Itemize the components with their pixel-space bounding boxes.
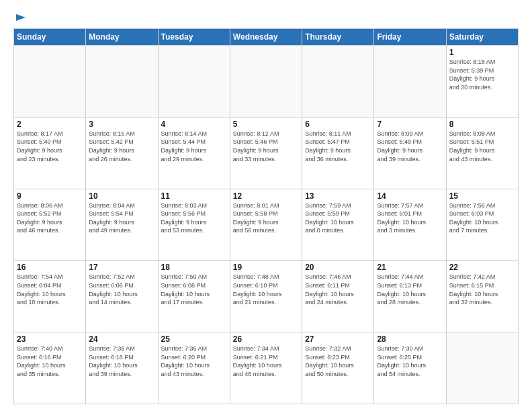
day-info: Sunrise: 7:44 AM Sunset: 6:13 PM Dayligh… (377, 273, 443, 306)
weekday-thursday: Thursday (302, 29, 374, 46)
day-number: 28 (377, 334, 443, 344)
day-info: Sunrise: 7:50 AM Sunset: 6:08 PM Dayligh… (161, 273, 227, 306)
calendar-cell: 1Sunrise: 8:18 AM Sunset: 5:39 PM Daylig… (446, 46, 518, 118)
weekday-sunday: Sunday (14, 29, 86, 46)
calendar-cell: 24Sunrise: 7:38 AM Sunset: 6:18 PM Dayli… (86, 332, 158, 404)
day-info: Sunrise: 7:59 AM Sunset: 5:59 PM Dayligh… (305, 201, 371, 235)
calendar-cell: 6Sunrise: 8:11 AM Sunset: 5:47 PM Daylig… (302, 117, 374, 189)
week-row-3: 9Sunrise: 8:06 AM Sunset: 5:52 PM Daylig… (14, 189, 519, 261)
svg-marker-0 (16, 14, 26, 21)
calendar-cell (158, 46, 230, 118)
calendar-cell: 22Sunrise: 7:42 AM Sunset: 6:15 PM Dayli… (446, 261, 518, 332)
calendar-cell: 11Sunrise: 8:03 AM Sunset: 5:56 PM Dayli… (158, 189, 230, 261)
day-number: 2 (17, 120, 83, 129)
calendar-cell (374, 46, 446, 118)
day-number: 4 (161, 120, 227, 129)
calendar-cell: 13Sunrise: 7:59 AM Sunset: 5:59 PM Dayli… (302, 189, 374, 261)
day-number: 16 (17, 263, 83, 272)
calendar-cell: 19Sunrise: 7:48 AM Sunset: 6:10 PM Dayli… (230, 261, 302, 332)
day-number: 19 (233, 263, 299, 272)
calendar-cell (446, 332, 518, 404)
day-number: 10 (89, 191, 154, 201)
day-number: 12 (233, 191, 299, 201)
weekday-wednesday: Wednesday (230, 29, 302, 46)
calendar-cell (302, 46, 374, 118)
calendar-cell: 2Sunrise: 8:17 AM Sunset: 5:40 PM Daylig… (14, 117, 86, 189)
calendar-table: SundayMondayTuesdayWednesdayThursdayFrid… (13, 28, 519, 404)
weekday-monday: Monday (86, 29, 158, 46)
page: SundayMondayTuesdayWednesdayThursdayFrid… (0, 0, 532, 411)
day-info: Sunrise: 7:46 AM Sunset: 6:11 PM Dayligh… (305, 273, 371, 306)
day-info: Sunrise: 8:11 AM Sunset: 5:47 PM Dayligh… (305, 130, 371, 163)
day-info: Sunrise: 8:17 AM Sunset: 5:40 PM Dayligh… (17, 130, 83, 163)
day-info: Sunrise: 8:06 AM Sunset: 5:52 PM Dayligh… (17, 201, 83, 235)
week-row-4: 16Sunrise: 7:54 AM Sunset: 6:04 PM Dayli… (14, 261, 519, 332)
calendar-cell: 3Sunrise: 8:15 AM Sunset: 5:42 PM Daylig… (86, 117, 158, 189)
day-number: 14 (377, 191, 443, 201)
day-info: Sunrise: 7:32 AM Sunset: 6:23 PM Dayligh… (305, 345, 371, 378)
day-number: 9 (17, 191, 83, 201)
calendar-cell: 9Sunrise: 8:06 AM Sunset: 5:52 PM Daylig… (14, 189, 86, 261)
day-info: Sunrise: 7:42 AM Sunset: 6:15 PM Dayligh… (449, 273, 515, 306)
day-info: Sunrise: 7:38 AM Sunset: 6:18 PM Dayligh… (89, 345, 154, 378)
calendar-cell: 15Sunrise: 7:56 AM Sunset: 6:03 PM Dayli… (446, 189, 518, 261)
day-info: Sunrise: 7:48 AM Sunset: 6:10 PM Dayligh… (233, 273, 299, 306)
day-info: Sunrise: 8:04 AM Sunset: 5:54 PM Dayligh… (89, 201, 154, 235)
day-number: 5 (233, 120, 299, 129)
week-row-1: 1Sunrise: 8:18 AM Sunset: 5:39 PM Daylig… (14, 46, 519, 118)
weekday-saturday: Saturday (446, 29, 518, 46)
day-info: Sunrise: 7:57 AM Sunset: 6:01 PM Dayligh… (377, 201, 443, 235)
day-info: Sunrise: 8:01 AM Sunset: 5:58 PM Dayligh… (233, 201, 299, 235)
header (13, 12, 519, 21)
calendar-cell: 26Sunrise: 7:34 AM Sunset: 6:21 PM Dayli… (230, 332, 302, 404)
calendar-cell: 23Sunrise: 7:40 AM Sunset: 6:16 PM Dayli… (14, 332, 86, 404)
day-number: 25 (161, 334, 227, 344)
day-number: 26 (233, 334, 299, 344)
calendar-cell: 17Sunrise: 7:52 AM Sunset: 6:06 PM Dayli… (86, 261, 158, 332)
day-info: Sunrise: 8:08 AM Sunset: 5:51 PM Dayligh… (449, 130, 515, 163)
weekday-tuesday: Tuesday (158, 29, 230, 46)
day-number: 3 (89, 120, 154, 129)
day-info: Sunrise: 7:52 AM Sunset: 6:06 PM Dayligh… (89, 273, 154, 306)
calendar-cell: 21Sunrise: 7:44 AM Sunset: 6:13 PM Dayli… (374, 261, 446, 332)
calendar-cell: 18Sunrise: 7:50 AM Sunset: 6:08 PM Dayli… (158, 261, 230, 332)
calendar-cell: 5Sunrise: 8:12 AM Sunset: 5:46 PM Daylig… (230, 117, 302, 189)
day-info: Sunrise: 8:15 AM Sunset: 5:42 PM Dayligh… (89, 130, 154, 163)
day-info: Sunrise: 8:14 AM Sunset: 5:44 PM Dayligh… (161, 130, 227, 163)
day-number: 22 (449, 263, 515, 272)
week-row-5: 23Sunrise: 7:40 AM Sunset: 6:16 PM Dayli… (14, 332, 519, 404)
calendar-cell: 16Sunrise: 7:54 AM Sunset: 6:04 PM Dayli… (14, 261, 86, 332)
day-info: Sunrise: 7:34 AM Sunset: 6:21 PM Dayligh… (233, 345, 299, 378)
day-info: Sunrise: 7:56 AM Sunset: 6:03 PM Dayligh… (449, 201, 515, 235)
day-number: 24 (89, 334, 154, 344)
day-info: Sunrise: 8:09 AM Sunset: 5:49 PM Dayligh… (377, 130, 443, 163)
day-info: Sunrise: 7:54 AM Sunset: 6:04 PM Dayligh… (17, 273, 83, 306)
day-info: Sunrise: 7:40 AM Sunset: 6:16 PM Dayligh… (17, 345, 83, 378)
calendar-cell: 27Sunrise: 7:32 AM Sunset: 6:23 PM Dayli… (302, 332, 374, 404)
day-number: 18 (161, 263, 227, 272)
weekday-friday: Friday (374, 29, 446, 46)
day-info: Sunrise: 7:30 AM Sunset: 6:25 PM Dayligh… (377, 345, 443, 378)
day-number: 8 (449, 120, 515, 129)
calendar-cell (86, 46, 158, 118)
logo-flag-icon (15, 12, 27, 24)
week-row-2: 2Sunrise: 8:17 AM Sunset: 5:40 PM Daylig… (14, 117, 519, 189)
day-info: Sunrise: 8:03 AM Sunset: 5:56 PM Dayligh… (161, 201, 227, 235)
calendar-cell (14, 46, 86, 118)
day-info: Sunrise: 8:12 AM Sunset: 5:46 PM Dayligh… (233, 130, 299, 163)
calendar-cell: 10Sunrise: 8:04 AM Sunset: 5:54 PM Dayli… (86, 189, 158, 261)
day-number: 6 (305, 120, 371, 129)
calendar-cell (230, 46, 302, 118)
calendar-cell: 12Sunrise: 8:01 AM Sunset: 5:58 PM Dayli… (230, 189, 302, 261)
day-number: 7 (377, 120, 443, 129)
calendar-cell: 25Sunrise: 7:36 AM Sunset: 6:20 PM Dayli… (158, 332, 230, 404)
weekday-header-row: SundayMondayTuesdayWednesdayThursdayFrid… (14, 29, 519, 46)
day-number: 15 (449, 191, 515, 201)
day-info: Sunrise: 8:18 AM Sunset: 5:39 PM Dayligh… (449, 58, 515, 91)
day-number: 23 (17, 334, 83, 344)
logo (13, 12, 27, 21)
calendar-cell: 8Sunrise: 8:08 AM Sunset: 5:51 PM Daylig… (446, 117, 518, 189)
day-number: 27 (305, 334, 371, 344)
day-number: 20 (305, 263, 371, 272)
day-number: 21 (377, 263, 443, 272)
